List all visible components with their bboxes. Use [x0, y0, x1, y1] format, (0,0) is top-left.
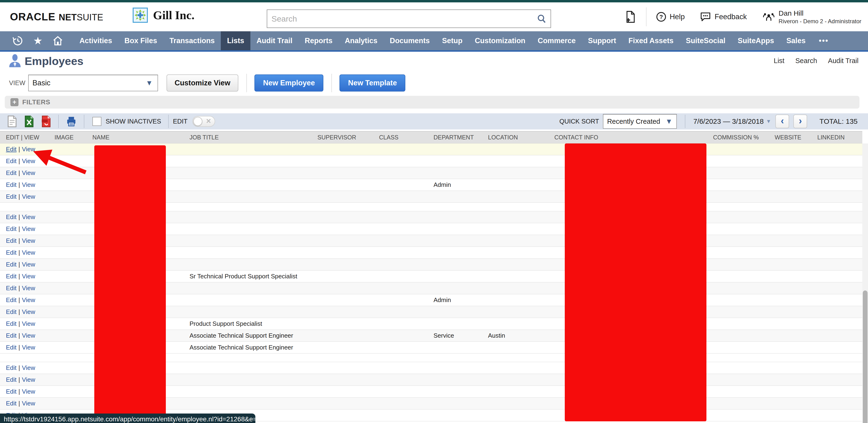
link-separator: | — [19, 320, 20, 327]
feedback-menu[interactable]: Feedback — [700, 11, 747, 22]
view-link[interactable]: View — [22, 193, 35, 200]
edit-link[interactable]: Edit — [6, 158, 17, 165]
edit-link[interactable]: Edit — [6, 308, 17, 315]
edit-toggle[interactable]: ✕ — [192, 116, 215, 127]
view-link[interactable]: View — [22, 376, 35, 383]
edit-link[interactable]: Edit — [6, 237, 17, 244]
nav-tab-suiteapps[interactable]: SuiteApps — [732, 31, 780, 50]
edit-link[interactable]: Edit — [6, 297, 17, 304]
nav-tab-customization[interactable]: Customization — [469, 31, 532, 50]
view-link[interactable]: View — [22, 332, 35, 339]
view-link[interactable]: View — [22, 273, 35, 280]
edit-link[interactable]: Edit — [6, 214, 17, 221]
user-menu[interactable]: Dan Hill Riveron - Demo 2 - Administrato… — [763, 9, 861, 25]
nav-tab-suitesocial[interactable]: SuiteSocial — [680, 31, 732, 50]
view-link[interactable]: View — [22, 308, 35, 315]
toolbar-divider — [58, 115, 59, 128]
search-icon[interactable] — [537, 14, 547, 24]
edit-view-cell: Edit|View — [6, 400, 55, 407]
new-template-button[interactable]: New Template — [339, 75, 405, 91]
edit-link[interactable]: Edit — [6, 400, 17, 407]
column-header-class: CLASS — [379, 134, 434, 141]
customize-view-button[interactable]: Customize View — [166, 75, 238, 91]
global-search-input[interactable] — [267, 14, 537, 24]
edit-link[interactable]: Edit — [6, 273, 17, 280]
view-link[interactable]: View — [22, 237, 35, 244]
edit-link[interactable]: Edit — [6, 146, 17, 153]
export-pdf-icon[interactable] — [41, 115, 51, 127]
view-link[interactable]: View — [22, 284, 35, 292]
view-select[interactable]: Basic ▼ — [28, 75, 158, 91]
edit-link[interactable]: Edit — [6, 320, 17, 327]
view-link[interactable]: View — [22, 320, 35, 327]
help-menu[interactable]: ? Help — [656, 11, 685, 22]
edit-link[interactable]: Edit — [6, 376, 17, 383]
home-icon[interactable] — [52, 35, 63, 46]
view-link[interactable]: View — [22, 158, 35, 165]
nav-tab-lists[interactable]: Lists — [221, 31, 250, 50]
view-link[interactable]: View — [22, 225, 35, 232]
link-separator: | — [19, 249, 20, 256]
view-link[interactable]: View — [22, 261, 35, 268]
quick-sort-select[interactable]: Recently Created ▼ — [603, 114, 677, 129]
edit-link[interactable]: Edit — [6, 344, 17, 351]
nav-tab-sales[interactable]: Sales — [780, 31, 812, 50]
expand-filters-icon[interactable]: + — [10, 98, 19, 106]
edit-link[interactable]: Edit — [6, 284, 17, 292]
nav-tab-box-files[interactable]: Box Files — [118, 31, 163, 50]
global-search[interactable] — [267, 9, 551, 28]
page-link-list[interactable]: List — [774, 57, 784, 65]
edit-link[interactable]: Edit — [6, 364, 17, 371]
quick-add-icon[interactable] — [625, 10, 636, 23]
view-link[interactable]: View — [22, 388, 35, 395]
nav-tab-transactions[interactable]: Transactions — [163, 31, 221, 50]
page-link-audit-trail[interactable]: Audit Trail — [828, 57, 859, 65]
recent-records-icon[interactable] — [12, 35, 23, 46]
link-separator: | — [19, 225, 20, 232]
scrollbar-track[interactable] — [862, 143, 868, 423]
edit-link[interactable]: Edit — [6, 225, 17, 232]
edit-link[interactable]: Edit — [6, 332, 17, 339]
view-link[interactable]: View — [22, 400, 35, 407]
redaction-overlay-contact-column — [565, 143, 707, 421]
show-inactives-checkbox[interactable] — [92, 117, 101, 126]
date-range-caret-icon[interactable]: ▼ — [766, 118, 771, 124]
view-link[interactable]: View — [22, 297, 35, 304]
view-link[interactable]: View — [22, 364, 35, 371]
edit-link[interactable]: Edit — [6, 193, 17, 200]
filters-bar[interactable]: + FILTERS — [5, 96, 860, 109]
view-link[interactable]: View — [22, 169, 35, 176]
edit-link[interactable]: Edit — [6, 261, 17, 268]
edit-link[interactable]: Edit — [6, 249, 17, 256]
view-link[interactable]: View — [22, 249, 35, 256]
shortcuts-star-icon[interactable]: ★ — [33, 31, 42, 50]
next-page-button[interactable]: › — [794, 115, 807, 128]
nav-tab-commerce[interactable]: Commerce — [532, 31, 582, 50]
nav-tab-audit-trail[interactable]: Audit Trail — [250, 31, 299, 50]
prev-page-button[interactable]: ‹ — [775, 115, 789, 128]
export-excel-icon[interactable] — [24, 115, 34, 127]
nav-tab-setup[interactable]: Setup — [436, 31, 469, 50]
nav-tab-reports[interactable]: Reports — [299, 31, 339, 50]
page-link-search[interactable]: Search — [795, 57, 817, 65]
view-link[interactable]: View — [22, 146, 35, 153]
nav-tab-analytics[interactable]: Analytics — [339, 31, 383, 50]
nav-tab-fixed-assets[interactable]: Fixed Assets — [622, 31, 680, 50]
view-link[interactable]: View — [22, 344, 35, 351]
column-header-commission-: COMMISSION % — [713, 134, 775, 141]
nav-more-menu[interactable]: ••• — [812, 31, 836, 50]
print-icon[interactable] — [66, 116, 77, 127]
nav-tab-support[interactable]: Support — [582, 31, 622, 50]
nav-tab-documents[interactable]: Documents — [383, 31, 436, 50]
date-range[interactable]: 7/6/2023 — 3/18/2018 — [693, 117, 764, 125]
edit-link[interactable]: Edit — [6, 169, 17, 176]
edit-link[interactable]: Edit — [6, 181, 17, 188]
view-link[interactable]: View — [22, 214, 35, 221]
nav-tab-activities[interactable]: Activities — [73, 31, 118, 50]
scrollbar-thumb[interactable] — [863, 290, 868, 423]
edit-link[interactable]: Edit — [6, 388, 17, 395]
export-csv-icon[interactable] — [7, 115, 17, 127]
new-employee-button[interactable]: New Employee — [254, 75, 323, 91]
view-link[interactable]: View — [22, 181, 35, 188]
column-header-location: LOCATION — [488, 134, 554, 141]
